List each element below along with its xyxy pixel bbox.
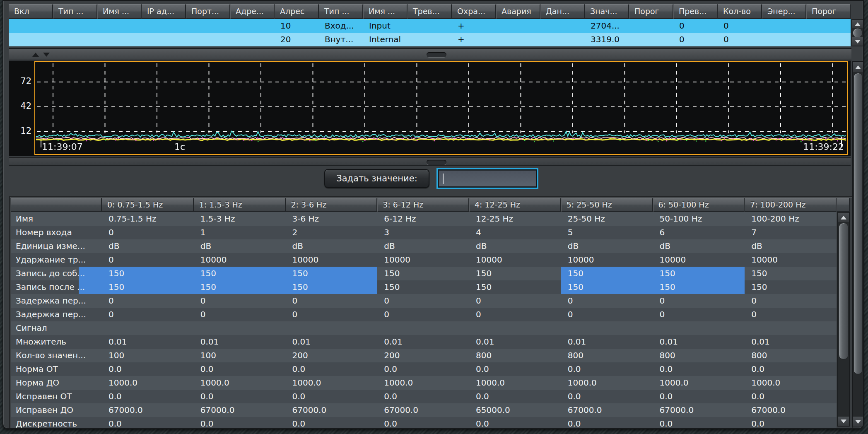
top-table-cell[interactable]	[806, 19, 851, 33]
freq-table-cell[interactable]: 65000.0	[469, 403, 561, 417]
top-table-cell[interactable]: +	[452, 33, 496, 46]
freq-table-cell[interactable]: 2	[286, 226, 378, 239]
freq-table-cell[interactable]: dB	[102, 239, 194, 253]
top-table-cell[interactable]	[407, 19, 452, 33]
freq-table-cell[interactable]: 0.0	[194, 390, 286, 403]
freq-table-cell[interactable]: 1000.0	[377, 376, 469, 390]
freq-table-cell[interactable]: 0	[377, 294, 469, 308]
freq-table-cell[interactable]: 0.01	[469, 335, 561, 349]
freq-table-cell[interactable]: 0.0	[102, 417, 194, 429]
freq-table-row-label[interactable]: Норма ОТ	[11, 362, 102, 376]
freq-table-cell[interactable]: 0.0	[561, 390, 653, 403]
top-table-cell[interactable]: Внут...	[319, 33, 363, 46]
top-table-cell[interactable]: Internal	[363, 33, 407, 46]
top-table-cell[interactable]	[97, 19, 142, 33]
freq-table-cell[interactable]: 67000.0	[745, 403, 837, 417]
top-table-cell[interactable]	[806, 33, 851, 46]
freq-table-cell[interactable]: 1000.0	[653, 376, 745, 390]
top-table-cell[interactable]	[142, 33, 186, 46]
freq-table-cell[interactable]: 10000	[194, 253, 286, 267]
freq-table-cell[interactable]: 150	[745, 267, 837, 280]
top-table-column-header[interactable]: Дан...	[540, 4, 585, 19]
freq-table-row-label[interactable]: Имя	[11, 212, 102, 226]
freq-table-column-header[interactable]: 4: 12-25 Hz	[469, 198, 561, 212]
freq-table-cell[interactable]: dB	[194, 239, 286, 253]
freq-table-cell[interactable]: 5	[561, 226, 653, 239]
freq-table-cell[interactable]: 0.0	[102, 390, 194, 403]
freq-table-cell[interactable]: 10000	[286, 253, 378, 267]
freq-table-row-label[interactable]: Множитель	[11, 335, 102, 349]
freq-table-cell[interactable]: 100-200 Hz	[745, 212, 837, 226]
top-table-column-header[interactable]: Имя ...	[97, 4, 142, 19]
top-table-cell[interactable]: 20	[275, 33, 319, 46]
freq-table-cell[interactable]: 150	[469, 267, 561, 280]
freq-table-cell[interactable]: 67000.0	[286, 403, 378, 417]
freq-table-cell[interactable]	[561, 321, 653, 335]
top-table-cell[interactable]	[230, 33, 275, 46]
freq-table-cell[interactable]: 1000.0	[194, 376, 286, 390]
panel-scrollbar[interactable]	[852, 61, 864, 427]
freq-table-cell[interactable]: 150	[377, 267, 469, 280]
freq-table-cell[interactable]: 0.0	[286, 390, 378, 403]
freq-table-column-header[interactable]: 5: 25-50 Hz	[561, 198, 653, 212]
freq-table-cell[interactable]: 0	[102, 253, 194, 267]
top-table-column-header[interactable]: Порт...	[186, 4, 230, 19]
freq-table-cell[interactable]: 0	[194, 308, 286, 321]
top-table-cell[interactable]	[142, 19, 186, 33]
freq-table-cell[interactable]	[653, 321, 745, 335]
scrollbar-thumb[interactable]	[854, 73, 863, 374]
freq-table-row-label[interactable]: Запись после ...	[11, 280, 102, 294]
freq-table-cell[interactable]: 0	[561, 308, 653, 321]
freq-table-cell[interactable]: 67000.0	[377, 403, 469, 417]
freq-table-cell[interactable]: 150	[286, 280, 378, 294]
top-table-cell[interactable]	[186, 19, 230, 33]
freq-table-cell[interactable]: 150	[286, 267, 378, 280]
freq-table-cell[interactable]: 3-6 Hz	[286, 212, 378, 226]
freq-table-row-label[interactable]: Норма ДО	[11, 376, 102, 390]
freq-table-cell[interactable]: dB	[377, 239, 469, 253]
top-table-column-header[interactable]: Адре...	[230, 4, 275, 19]
freq-table-cell[interactable]: 10000	[653, 253, 745, 267]
freq-table-column-header[interactable]: 1: 1.5-3 Hz	[194, 198, 286, 212]
freq-table-cell[interactable]: 7	[745, 226, 837, 239]
freq-table-cell[interactable]	[102, 321, 194, 335]
freq-table-cell[interactable]: 10000	[561, 253, 653, 267]
top-table-cell[interactable]: Вход...	[319, 19, 363, 33]
horizontal-splitter-bottom[interactable]	[9, 157, 851, 166]
freq-table-cell[interactable]: 150	[653, 280, 745, 294]
scroll-up-button[interactable]	[853, 62, 863, 72]
freq-table-cell[interactable]: 150	[194, 280, 286, 294]
freq-table-cell[interactable]: 10000	[745, 253, 837, 267]
freq-table-cell[interactable]: 0	[286, 308, 378, 321]
freq-table-cell[interactable]: 150	[469, 280, 561, 294]
top-table-cell[interactable]	[629, 33, 673, 46]
freq-table-cell[interactable]: 1000.0	[286, 376, 378, 390]
freq-table-cell[interactable]: 0.0	[286, 362, 378, 376]
freq-table-cell[interactable]: 0.01	[653, 335, 745, 349]
top-table-column-header[interactable]: Алрес	[275, 4, 319, 19]
freq-table-cell[interactable]: 0.0	[653, 362, 745, 376]
freq-table-cell[interactable]: 0	[377, 308, 469, 321]
top-table-column-header[interactable]: Прев...	[673, 4, 718, 19]
freq-table-cell[interactable]: 0.01	[745, 335, 837, 349]
scroll-down-button[interactable]	[852, 37, 863, 46]
freq-table-cell[interactable]: 0	[194, 294, 286, 308]
horizontal-splitter-top[interactable]	[9, 48, 851, 60]
freq-table-cell[interactable]: 0	[561, 294, 653, 308]
freq-table-cell[interactable]	[745, 321, 837, 335]
spin-up-icon[interactable]	[32, 53, 39, 57]
freq-table-cell[interactable]: dB	[286, 239, 378, 253]
freq-table-cell[interactable]: 0.0	[745, 417, 837, 429]
freq-table-cell[interactable]: 0.01	[561, 335, 653, 349]
freq-table-cell[interactable]: dB	[469, 239, 561, 253]
freq-table-cell[interactable]	[194, 321, 286, 335]
freq-table-row-label[interactable]: Исправен ДО	[11, 403, 102, 417]
scroll-up-button[interactable]	[838, 213, 849, 222]
freq-table-cell[interactable]: dB	[561, 239, 653, 253]
top-table-cell[interactable]	[407, 33, 452, 46]
top-table-cell[interactable]	[496, 33, 540, 46]
freq-table-cell[interactable]: 6-12 Hz	[377, 212, 469, 226]
freq-table-cell[interactable]: 0	[286, 294, 378, 308]
freq-table-cell[interactable]: 3	[377, 226, 469, 239]
top-table-column-header[interactable]: Охра...	[452, 4, 496, 19]
